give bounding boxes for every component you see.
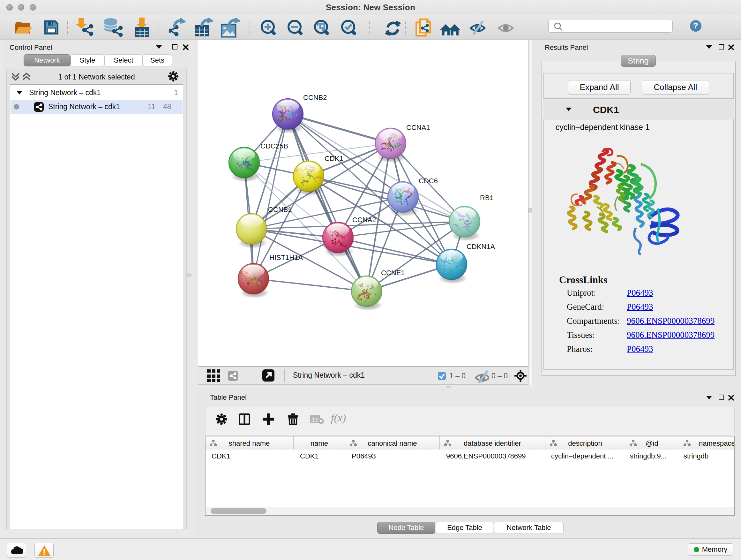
svg-text:CCNB2: CCNB2 [303, 94, 327, 102]
svg-text:RB1: RB1 [480, 194, 494, 202]
svg-text:CCNE1: CCNE1 [381, 269, 405, 277]
svg-text:CCNA1: CCNA1 [406, 124, 430, 132]
svg-text:HIST1H1A: HIST1H1A [269, 253, 303, 261]
svg-text:CDKN1A: CDKN1A [467, 243, 495, 251]
svg-text:CDC25B: CDC25B [260, 142, 288, 150]
svg-text:CDC6: CDC6 [419, 177, 438, 185]
svg-text:CCNB1: CCNB1 [268, 206, 292, 213]
svg-text:CDK1: CDK1 [325, 154, 343, 163]
svg-text:CCNA2: CCNA2 [352, 216, 376, 224]
